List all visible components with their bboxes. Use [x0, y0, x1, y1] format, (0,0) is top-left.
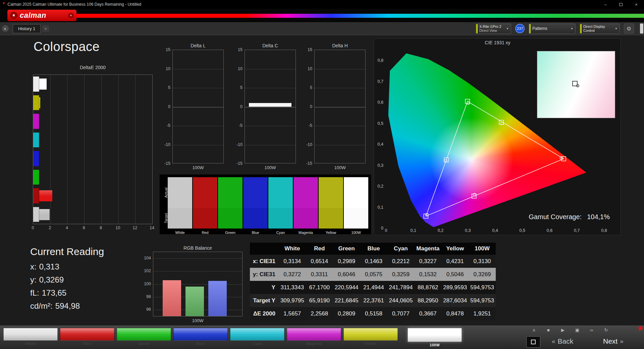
close-icon: ×: [635, 2, 638, 7]
strip-column-label: Magenta: [293, 231, 318, 235]
strip-column-label: Blue: [243, 231, 268, 235]
minimize-button[interactable]: –: [598, 0, 613, 9]
play-button[interactable]: ▶: [560, 328, 566, 333]
strip-column-yellow: Yellow: [319, 177, 343, 235]
table-cell: 221,6845: [333, 297, 360, 304]
pattern-window-toggle[interactable]: [526, 336, 540, 348]
table-cell: 289,9593: [441, 284, 469, 291]
cie-y-tick: 0,3: [378, 163, 383, 168]
rgb-y-tick-label: 100: [139, 282, 151, 286]
pattern-patch-red[interactable]: Red: [60, 328, 114, 347]
table-cell: 594,9753: [469, 297, 496, 304]
patch-swatch: [230, 328, 284, 341]
delta-chart-title: Delta C: [245, 43, 296, 48]
window-controls: – ×: [598, 0, 644, 9]
deltae-chart: [33, 74, 153, 224]
chevrons-left-icon: «: [552, 338, 555, 345]
y-tick-label: 10: [300, 66, 312, 71]
table-cell: 1,5657: [279, 310, 306, 317]
pattern-patch-yellow[interactable]: Yellow: [343, 328, 398, 347]
strip-target-swatch: [168, 208, 192, 229]
strip-columns: WhiteRedGreenBlueCyanMagentaYellow100W: [168, 177, 368, 235]
pattern-patch-100w[interactable]: 100W: [408, 328, 462, 347]
x-tick-label: 10: [114, 226, 122, 230]
close-button[interactable]: ×: [629, 0, 644, 9]
patch-swatch: [343, 328, 398, 341]
display-control-dropdown[interactable]: Direct Display Control ▼: [580, 23, 620, 34]
table-cell: 1,9251: [469, 310, 496, 317]
table-cell: 0,4231: [441, 258, 469, 265]
strip-actual-swatch: [168, 177, 192, 208]
gridline: [153, 258, 242, 259]
next-button[interactable]: Next »: [603, 337, 624, 345]
gridline: [101, 75, 102, 224]
reading-cdm2: cd/m²:594,98: [30, 301, 104, 311]
calman-menu-button[interactable]: * calman ▼: [7, 10, 76, 21]
gridline: [173, 126, 223, 126]
pattern-patch-magenta[interactable]: Magenta: [287, 328, 341, 347]
patch-swatch: [60, 328, 114, 341]
collapse-button[interactable]: ∧: [531, 328, 537, 333]
stop-icon: ■: [547, 328, 550, 333]
strip-column-100w: 100W: [344, 177, 368, 235]
maximize-button[interactable]: [613, 0, 629, 9]
refresh-button[interactable]: ↻: [603, 328, 609, 333]
play-icon: ▶: [561, 328, 565, 333]
rgb-y-tick-label: 102: [139, 268, 151, 273]
add-tab-button[interactable]: +: [42, 25, 49, 32]
gridline: [173, 69, 223, 69]
table-row-x-cie31[interactable]: x: CIE310,31340,65140,29890,14630,22120,…: [250, 255, 496, 268]
table-row--e-2000[interactable]: ΔE 20001,56572,25680,28090,51580,70770,3…: [250, 307, 496, 320]
gridline: [84, 75, 85, 224]
meter-count-badge[interactable]: 237: [515, 24, 525, 33]
measurement-table: WhiteRedGreenBlueCyanMagentaYellow100Wx:…: [250, 243, 496, 320]
delta-chart-x-label: 100W: [314, 165, 366, 170]
stop-button[interactable]: ■: [545, 328, 551, 333]
delta-chart-x-label: 100W: [172, 165, 224, 170]
save-button[interactable]: ▣: [574, 328, 580, 333]
gridline: [315, 126, 365, 126]
table-cell: 22,3761: [360, 297, 387, 304]
link-button[interactable]: ∞: [589, 328, 595, 333]
y-tick-label: -15: [230, 161, 243, 166]
pattern-patch-white[interactable]: White: [3, 328, 58, 347]
table-header-red: Red: [306, 245, 333, 252]
table-cell: 311,3343: [279, 284, 306, 291]
table-cell: 0,6046: [333, 271, 360, 278]
cie-y-tick: 0,5: [378, 121, 383, 126]
table-row-target-y[interactable]: Target Y309,979565,9190221,684522,376124…: [250, 294, 496, 307]
strip-actual-swatch: [193, 177, 217, 208]
panel-handle[interactable]: [640, 23, 643, 34]
pattern-patches: WhiteRedGreenBlueCyanMagentaYellow100W: [3, 328, 462, 347]
table-cell: 594,9753: [469, 284, 496, 291]
cie-y-tick: 0,8: [378, 58, 383, 63]
gridline: [67, 75, 67, 224]
delta-chart-delta-l: Delta L151050-5-10-15100W: [158, 43, 226, 177]
table-row-y-cie31[interactable]: y: CIE310,32720,33110,60460,05750,32590,…: [250, 268, 496, 281]
patch-label: Magenta: [287, 342, 341, 346]
table-cell: 0,5158: [360, 310, 387, 317]
table-cell: 21,4944: [360, 284, 387, 291]
y-tick-label: 15: [230, 47, 243, 52]
gridline: [315, 107, 365, 107]
chevron-down-icon: ▼: [68, 13, 74, 18]
table-cell: 0,3130: [469, 258, 496, 265]
gridline: [245, 69, 296, 69]
pattern-patch-green[interactable]: Green: [117, 328, 171, 347]
meter-dropdown[interactable]: X-Rite i1Pro 2 Direct View ▼: [476, 23, 511, 34]
back-button[interactable]: « Back: [552, 337, 573, 345]
gridline: [245, 145, 296, 145]
settings-button[interactable]: ⚙: [624, 23, 634, 34]
table-cell: 309,9795: [279, 297, 306, 304]
strip-target-swatch: [243, 208, 268, 229]
pattern-patch-cyan[interactable]: Cyan: [230, 328, 284, 347]
rgb-y-tick-label: 96: [139, 307, 151, 312]
pages-nav-button[interactable]: ▸: [2, 25, 9, 32]
y-tick-label: -15: [158, 161, 170, 166]
tab-history-1[interactable]: History 1: [13, 24, 41, 33]
strip-actual-swatch: [319, 177, 343, 208]
patterns-dropdown[interactable]: Patterns ▼: [529, 23, 576, 34]
pattern-patch-blue[interactable]: Blue: [173, 328, 228, 347]
gridline: [245, 88, 296, 88]
table-row-y[interactable]: Y311,334367,1700220,594421,4944241,78948…: [250, 281, 496, 294]
